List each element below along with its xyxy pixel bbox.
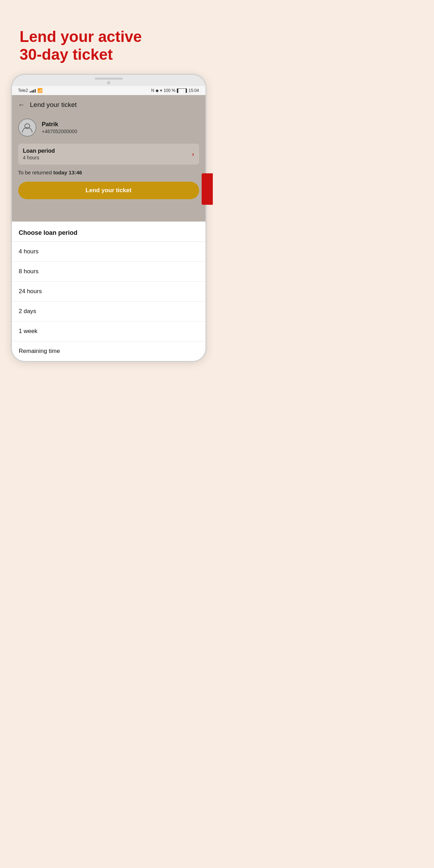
hero-title-line1: Lend your active (20, 28, 142, 45)
page-container: Lend your active 30-day ticket Tele2 📶 (0, 0, 217, 434)
bottom-sheet-title: Choose loan period (12, 222, 205, 242)
user-info: Patrik +467052000000 (42, 121, 78, 134)
app-header: ← Lend your ticket (12, 95, 205, 114)
loan-period-label: Loan period (23, 148, 55, 154)
loan-period-row[interactable]: Loan period 4 hours › (18, 144, 199, 165)
user-name: Patrik (42, 121, 78, 128)
app-screen-title: Lend your ticket (30, 101, 77, 109)
battery-percent: 100 % (164, 88, 175, 93)
hero-title-line2: 30-day ticket (20, 46, 113, 63)
return-info-time: today 13:46 (53, 169, 82, 175)
wifi-icon: 📶 (37, 88, 43, 93)
location-icon: ▾ (160, 88, 162, 93)
bottom-sheet: Choose loan period 4 hours 8 hours 24 ho… (12, 222, 205, 361)
red-accent-bar (202, 173, 213, 205)
loan-option-2days[interactable]: 2 days (12, 302, 205, 321)
return-info: To be returned today 13:46 (12, 165, 205, 182)
battery-icon: ███ (177, 88, 187, 93)
user-phone: +467052000000 (42, 129, 78, 134)
avatar (18, 118, 36, 137)
return-info-prefix: To be returned (18, 169, 53, 175)
loan-option-4hours[interactable]: 4 hours (12, 242, 205, 262)
bluetooth-icon: ◆ (155, 88, 159, 93)
back-button[interactable]: ← (18, 101, 25, 109)
status-bar-right: N ◆ ▾ 100 % ███ 15:04 (151, 88, 199, 93)
nfc-icon: N (151, 88, 154, 93)
phone-notch (95, 78, 123, 80)
loan-option-1week[interactable]: 1 week (12, 321, 205, 341)
status-bar-left: Tele2 📶 (18, 88, 43, 93)
lend-ticket-button[interactable]: Lend your ticket (18, 182, 199, 199)
loan-period-value: 4 hours (23, 155, 55, 160)
signal-bars (30, 88, 36, 93)
time-label: 15:04 (188, 88, 199, 93)
loan-option-remaining[interactable]: Remaining time (12, 341, 205, 361)
app-screen: ← Lend your ticket Patrik +467052000000 (12, 95, 205, 222)
user-section: Patrik +467052000000 (12, 114, 205, 144)
loan-period-info: Loan period 4 hours (23, 148, 55, 160)
hero-title: Lend your active 30-day ticket (0, 0, 217, 74)
status-bar: Tele2 📶 N ◆ ▾ 100 % ███ 15:04 (12, 86, 205, 95)
signal-bar-4 (35, 89, 36, 93)
loan-option-24hours[interactable]: 24 hours (12, 282, 205, 302)
signal-bar-3 (33, 90, 34, 93)
loan-option-8hours[interactable]: 8 hours (12, 262, 205, 282)
phone-wrapper: Tele2 📶 N ◆ ▾ 100 % ███ 15:04 (11, 74, 207, 362)
carrier-label: Tele2 (18, 88, 28, 93)
signal-bar-2 (31, 91, 32, 93)
spacer (12, 208, 205, 222)
phone-camera (107, 81, 110, 85)
signal-bar-1 (30, 91, 31, 93)
chevron-right-icon: › (192, 151, 194, 158)
phone-frame: Tele2 📶 N ◆ ▾ 100 % ███ 15:04 (11, 74, 207, 362)
